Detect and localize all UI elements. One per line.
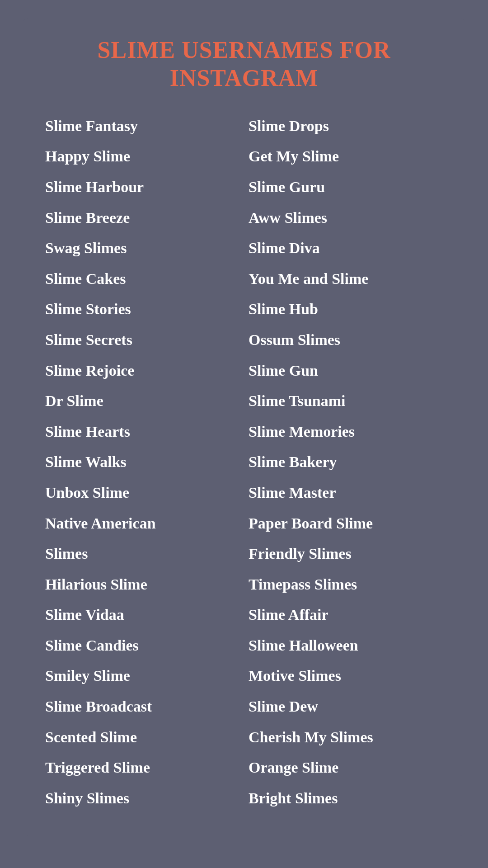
list-item: Slime Diva [244, 233, 443, 264]
list-item: Slime Walks [45, 447, 244, 477]
list-item: Friendly Slimes [244, 538, 443, 569]
list-item: Slimes [45, 538, 244, 569]
list-item: Slime Halloween [244, 630, 443, 661]
list-item: Slime Master [244, 477, 443, 508]
list-item: Scented Slime [45, 722, 244, 753]
list-item: Motive Slimes [244, 660, 443, 691]
list-item: Aww Slimes [244, 203, 443, 233]
list-item: Dr Slime [45, 386, 244, 416]
list-item: Happy Slime [45, 141, 244, 172]
list-item: Cherish My Slimes [244, 722, 443, 753]
list-item: Slime Guru [244, 172, 443, 203]
list-item: Swag Slimes [45, 233, 244, 264]
list-item: Slime Broadcast [45, 691, 244, 722]
list-item: Ossum Slimes [244, 325, 443, 355]
list-item: Slime Memories [244, 416, 443, 447]
list-item: Shiny Slimes [45, 783, 244, 814]
list-item: Paper Board Slime [244, 508, 443, 539]
columns-container: Slime FantasyHappy SlimeSlime HarbourSli… [45, 111, 443, 814]
list-item: Slime Cakes [45, 264, 244, 294]
list-item: Triggered Slime [45, 752, 244, 783]
list-item: Unbox Slime [45, 477, 244, 508]
list-item: Slime Secrets [45, 325, 244, 355]
right-column: Slime DropsGet My SlimeSlime GuruAww Sli… [244, 111, 443, 814]
list-item: Slime Stories [45, 294, 244, 325]
list-item: Get My Slime [244, 141, 443, 172]
list-item: Slime Dew [244, 691, 443, 722]
list-item: Timepass Slimes [244, 569, 443, 600]
list-item: Slime Fantasy [45, 111, 244, 142]
list-item: Slime Breeze [45, 203, 244, 233]
list-item: Slime Gun [244, 355, 443, 386]
list-item: Slime Vidaa [45, 599, 244, 630]
list-item: Slime Rejoice [45, 355, 244, 386]
list-item: Slime Drops [244, 111, 443, 142]
list-item: Hilarious Slime [45, 569, 244, 600]
list-item: Slime Tsunami [244, 386, 443, 416]
list-item: Slime Affair [244, 599, 443, 630]
list-item: Slime Hearts [45, 416, 244, 447]
list-item: Slime Harbour [45, 172, 244, 203]
left-column: Slime FantasyHappy SlimeSlime HarbourSli… [45, 111, 244, 814]
card: SLIME USERNAMES FOR INSTAGRAM Slime Fant… [23, 18, 465, 836]
list-item: Smiley Slime [45, 660, 244, 691]
list-item: You Me and Slime [244, 264, 443, 294]
list-item: Orange Slime [244, 752, 443, 783]
list-item: Slime Bakery [244, 447, 443, 477]
list-item: Bright Slimes [244, 783, 443, 814]
list-item: Slime Candies [45, 630, 244, 661]
list-item: Native American [45, 508, 244, 539]
page-title: SLIME USERNAMES FOR INSTAGRAM [45, 36, 443, 93]
list-item: Slime Hub [244, 294, 443, 325]
